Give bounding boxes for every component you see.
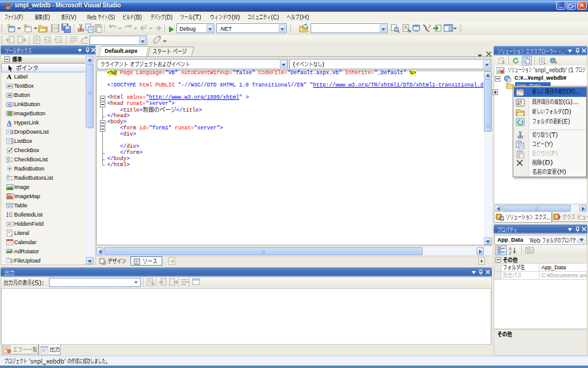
svg-text:A: A — [509, 247, 512, 251]
svg-text:Z: Z — [509, 251, 511, 255]
svg-text:ab: ab — [8, 93, 12, 97]
svg-text:ab: ab — [7, 84, 11, 88]
svg-text:abl: abl — [7, 222, 12, 226]
svg-text:ab: ab — [8, 102, 12, 106]
